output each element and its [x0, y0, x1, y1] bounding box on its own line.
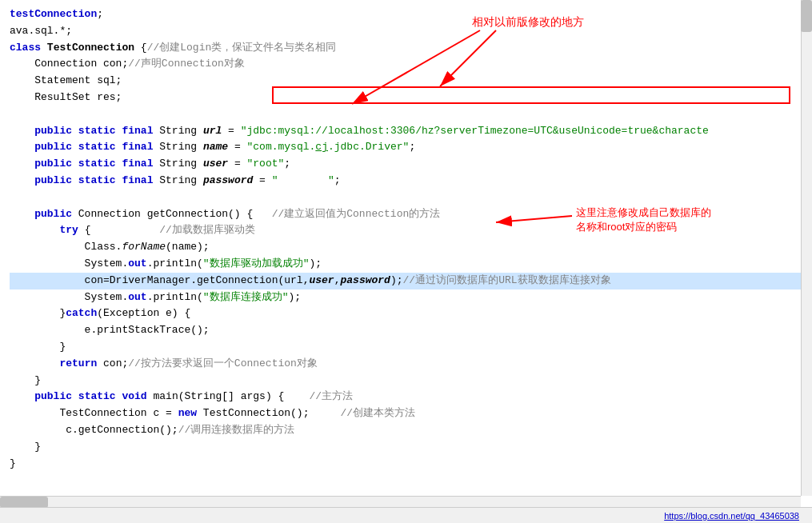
code-area: testConnection; ava.sql.*; class TestCon… [0, 0, 812, 496]
code-line [10, 106, 802, 123]
code-line: Class.forName(name); [10, 239, 802, 256]
code-line-url: public static final String url = "jdbc:m… [10, 123, 802, 140]
code-line: ResultSet res; [10, 90, 802, 106]
horizontal-scrollbar[interactable] [0, 496, 801, 507]
code-line: }catch(Exception e) { [10, 305, 802, 322]
code-line: c.getConnection();//调用连接数据库的方法 [10, 422, 802, 439]
code-line: } [10, 439, 802, 456]
code-line: System.out.println("数据库连接成功"); [10, 289, 802, 306]
code-line: public static final String password = " … [10, 173, 802, 190]
code-line: public static void main(String[] args) {… [10, 389, 802, 405]
code-line-highlight: con=DriverManager.getConnection(url,user… [10, 273, 802, 289]
code-line [10, 190, 802, 206]
code-line: class TestConnection {//创建Login类，保证文件名与类… [10, 40, 802, 57]
code-line: Connection con;//声明Connection对象 [10, 56, 802, 73]
vertical-scrollbar[interactable] [801, 0, 812, 496]
code-line: testConnection; [10, 6, 802, 23]
code-line: e.printStackTrace(); [10, 322, 802, 339]
code-line: return con;//按方法要求返回一个Connection对象 [10, 356, 802, 373]
code-line: ava.sql.*; [10, 23, 802, 40]
bottom-bar-link[interactable]: https://blog.csdn.net/qq_43465038 [664, 511, 799, 521]
code-line: } [10, 373, 802, 389]
code-line: } [10, 339, 802, 356]
horizontal-scrollbar-thumb[interactable] [0, 497, 48, 508]
code-line: TestConnection c = new TestConnection();… [10, 405, 802, 422]
code-content: testConnection; ava.sql.*; class TestCon… [10, 6, 802, 472]
bottom-bar: https://blog.csdn.net/qq_43465038 [0, 507, 812, 523]
code-line: public Connection getConnection() { //建立… [10, 206, 802, 223]
code-line: } [10, 456, 802, 473]
code-line: public static final String name = "com.m… [10, 139, 802, 156]
code-line: System.out.println("数据库驱动加载成功"); [10, 256, 802, 273]
code-line: try { //加载数据库驱动类 [10, 222, 802, 239]
code-line-user: public static final String user = "root"… [10, 156, 802, 173]
vertical-scrollbar-thumb[interactable] [801, 0, 812, 32]
code-line: Statement sql; [10, 73, 802, 90]
